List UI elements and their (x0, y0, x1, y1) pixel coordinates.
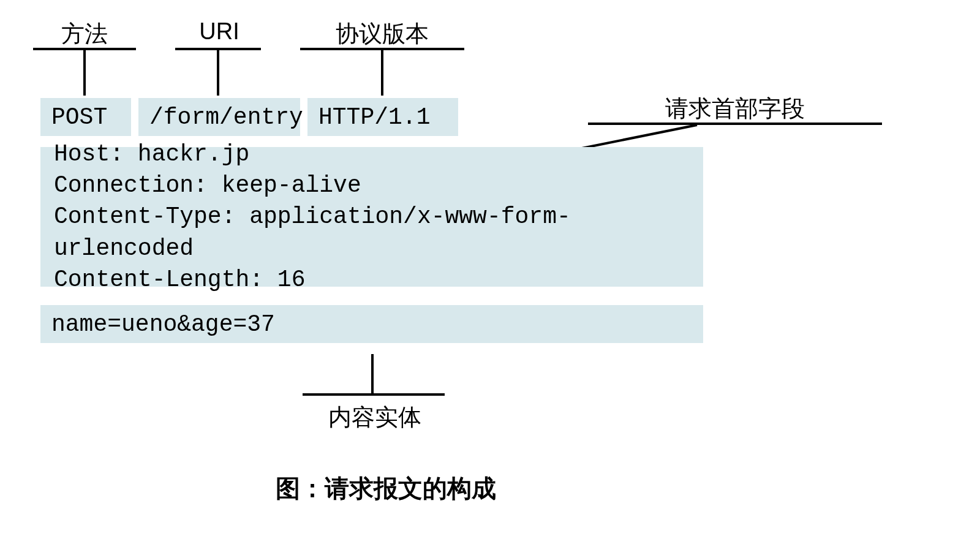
label-body: 内容实体 (323, 402, 426, 433)
figure-caption: 图：请求报文的构成 (257, 472, 514, 505)
block-headers: Host: hackr.jp Connection: keep-alive Co… (40, 147, 703, 287)
svg-line-0 (576, 125, 697, 149)
block-body: name=ueno&age=37 (40, 305, 703, 343)
block-method: POST (40, 98, 131, 136)
label-method-connector (83, 50, 86, 96)
label-protocol-connector (381, 50, 383, 96)
header-line-2: Connection: keep-alive (54, 170, 361, 201)
header-line-1: Host: hackr.jp (54, 138, 249, 170)
header-line-4: Content-Length: 16 (54, 264, 305, 295)
label-uri: URI (183, 18, 256, 45)
header-line-3: Content-Type: application/x-www-form-url… (54, 201, 690, 264)
block-uri: /form/entry (138, 98, 300, 136)
label-body-connector (371, 354, 374, 393)
label-protocol: 协议版本 (321, 18, 443, 50)
block-protocol: HTTP/1.1 (307, 98, 458, 136)
label-method: 方法 (42, 18, 127, 50)
label-uri-connector (217, 50, 219, 96)
label-headers: 请求首部字段 (649, 93, 821, 124)
label-body-overline (303, 393, 445, 396)
